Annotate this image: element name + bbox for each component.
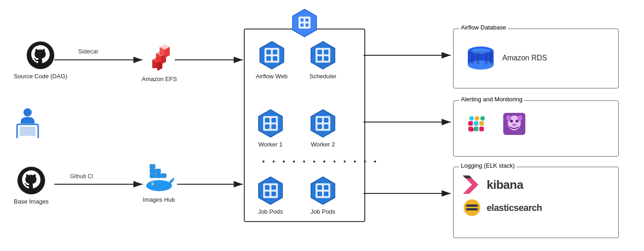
- worker2-node: Worker 2: [308, 109, 338, 148]
- svg-rect-39: [300, 23, 304, 27]
- kibana-k-icon: [463, 175, 481, 194]
- svg-rect-52: [324, 56, 328, 61]
- base-images-label: Base Images: [14, 198, 49, 205]
- svg-rect-29: [161, 174, 166, 178]
- user-monitor-icon: [12, 106, 44, 138]
- sidecar-label: Sidecar: [78, 48, 98, 55]
- dots-separator: • • • • • • • • • • • •: [262, 158, 379, 166]
- svg-rect-51: [317, 56, 322, 61]
- svg-rect-30: [150, 169, 155, 173]
- svg-rect-22: [20, 127, 35, 136]
- slack-icon: [465, 111, 490, 137]
- base-images-node: Base Images: [14, 166, 49, 205]
- scheduler-hex-icon: [308, 41, 338, 70]
- svg-point-94: [469, 127, 474, 132]
- alerting-title: Alerting and Monitoring: [459, 96, 524, 103]
- k8s-hex-icon: [290, 8, 319, 38]
- svg-rect-43: [266, 50, 271, 54]
- svg-rect-82: [477, 52, 479, 64]
- svg-point-26: [146, 180, 172, 191]
- svg-rect-64: [324, 124, 328, 129]
- worker1-node: Worker 1: [256, 109, 285, 148]
- github-icon: [26, 41, 55, 70]
- worker2-hex-icon: [308, 109, 338, 138]
- airflow-db-title: Airflow Database: [459, 24, 508, 31]
- svg-rect-85: [468, 121, 473, 126]
- airflow-web-node: Airflow Web: [256, 41, 288, 80]
- svg-rect-81: [471, 52, 474, 64]
- svg-rect-75: [317, 192, 322, 196]
- svg-rect-31: [155, 169, 161, 173]
- svg-rect-27: [150, 174, 155, 178]
- svg-point-20: [23, 108, 32, 117]
- svg-rect-105: [466, 204, 478, 207]
- k8s-top-hex: [290, 8, 319, 40]
- svg-rect-106: [466, 208, 478, 210]
- job-pods2-label: Job Pods: [310, 208, 335, 215]
- svg-point-104: [464, 199, 480, 216]
- github-base-icon: [17, 166, 46, 195]
- job-pods2-hex-icon: [308, 176, 338, 205]
- amazon-rds-label: Amazon RDS: [502, 54, 547, 62]
- svg-rect-63: [317, 124, 322, 129]
- svg-rect-46: [273, 56, 277, 61]
- svg-rect-90: [479, 127, 484, 131]
- airflow-web-label: Airflow Web: [256, 73, 288, 80]
- svg-rect-74: [324, 185, 328, 190]
- svg-rect-83: [485, 52, 488, 64]
- worker1-hex-icon: [256, 109, 285, 138]
- amazon-efs-label: Amazon EFS: [142, 76, 177, 82]
- svg-rect-28: [155, 174, 161, 178]
- scheduler-node: Scheduler: [308, 41, 338, 80]
- svg-point-93: [480, 116, 485, 121]
- job-pods1-node: Job Pods: [256, 176, 285, 215]
- airflow-web-hex-icon: [257, 41, 287, 70]
- svg-rect-61: [317, 118, 322, 123]
- svg-point-91: [469, 116, 474, 121]
- svg-rect-73: [317, 185, 322, 190]
- svg-rect-50: [324, 50, 328, 54]
- datadog-icon: [501, 111, 527, 137]
- job-pods2-node: Job Pods: [308, 176, 338, 215]
- scheduler-label: Scheduler: [310, 73, 337, 80]
- svg-rect-36: [299, 17, 310, 29]
- logging-box: Logging (ELK stack) kibana elasticsearch: [453, 167, 619, 238]
- svg-rect-32: [150, 164, 155, 169]
- svg-rect-88: [474, 127, 478, 131]
- svg-rect-62: [324, 118, 328, 123]
- svg-rect-56: [271, 118, 276, 123]
- svg-rect-44: [273, 50, 277, 54]
- github-ci-label: Github CI: [70, 173, 93, 180]
- svg-rect-57: [265, 124, 270, 129]
- elasticsearch-text: elasticsearch: [487, 203, 542, 213]
- svg-point-92: [475, 116, 479, 121]
- svg-rect-55: [265, 118, 270, 123]
- svg-point-99: [512, 123, 517, 126]
- svg-rect-76: [324, 192, 328, 196]
- svg-rect-67: [265, 185, 270, 190]
- svg-rect-89: [479, 121, 484, 126]
- svg-marker-103: [463, 175, 472, 178]
- svg-rect-84: [489, 52, 492, 64]
- images-hub-label: Images Hub: [143, 196, 175, 203]
- job-pods1-hex-icon: [256, 176, 285, 205]
- worker1-label: Worker 1: [259, 141, 283, 148]
- svg-rect-70: [271, 192, 276, 196]
- svg-rect-68: [271, 185, 276, 190]
- images-hub-node: Images Hub: [142, 163, 176, 203]
- source-code-node: Source Code (DAG): [14, 41, 67, 80]
- logging-title: Logging (ELK stack): [459, 162, 517, 169]
- alerting-box: Alerting and Monitoring: [453, 100, 619, 157]
- source-code-label: Source Code (DAG): [14, 73, 67, 80]
- svg-rect-49: [317, 50, 322, 54]
- job-pods1-label: Job Pods: [258, 208, 283, 215]
- svg-rect-87: [474, 121, 478, 126]
- svg-rect-58: [271, 124, 276, 129]
- worker2-label: Worker 2: [311, 141, 335, 148]
- efs-icon: [143, 41, 175, 73]
- user-node: [12, 106, 44, 138]
- svg-rect-38: [305, 18, 309, 22]
- svg-rect-37: [300, 18, 304, 22]
- amazon-efs-node: Amazon EFS: [142, 41, 177, 82]
- kibana-text: kibana: [487, 178, 523, 192]
